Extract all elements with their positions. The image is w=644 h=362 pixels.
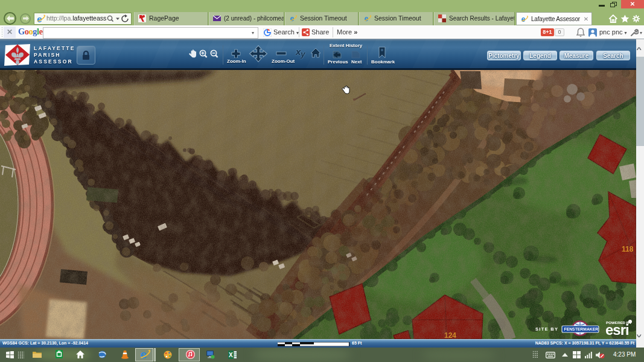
- svg-text:e: e: [521, 15, 526, 23]
- svg-text:e: e: [37, 14, 42, 24]
- svg-text:esri: esri: [605, 322, 629, 338]
- svg-text:FENSTERMAKER: FENSTERMAKER: [564, 327, 599, 331]
- svg-text:SITE BY: SITE BY: [535, 326, 558, 332]
- svg-text:e: e: [141, 349, 147, 360]
- svg-text:e: e: [290, 14, 295, 22]
- svg-text:X: X: [229, 352, 233, 358]
- svg-text:e: e: [365, 14, 369, 22]
